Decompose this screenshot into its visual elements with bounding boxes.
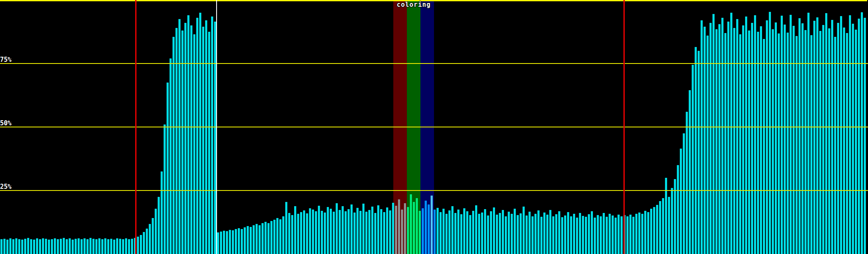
- histogram-bar: [380, 209, 382, 254]
- histogram-bar: [704, 27, 706, 254]
- histogram-bar: [751, 23, 753, 254]
- histogram-bar: [407, 207, 409, 254]
- histogram-bar: [196, 18, 198, 254]
- histogram-bar: [244, 227, 246, 254]
- histogram-bar: [39, 239, 41, 254]
- histogram-bar: [250, 227, 252, 254]
- histogram-bar: [721, 18, 723, 254]
- red-marker-line-1: [135, 0, 136, 254]
- histogram-bar: [425, 201, 427, 254]
- histogram-bar: [342, 206, 344, 254]
- histogram-bar: [591, 211, 593, 254]
- histogram-bar: [131, 239, 133, 254]
- histogram-bar: [656, 205, 658, 254]
- histogram-bar: [816, 17, 818, 254]
- histogram-bar: [588, 214, 590, 254]
- histogram-bar: [748, 30, 750, 254]
- histogram-bar: [434, 210, 436, 254]
- histogram-bar: [229, 230, 231, 254]
- histogram-bar: [807, 13, 810, 254]
- histogram-bar: [24, 239, 26, 254]
- histogram-bar: [454, 213, 456, 254]
- histogram-bar: [362, 204, 364, 254]
- histogram-bar: [727, 22, 729, 254]
- histogram-bar: [398, 199, 400, 254]
- histogram-bar: [339, 210, 341, 254]
- histogram-bar: [796, 36, 798, 254]
- histogram-bar: [834, 37, 836, 254]
- histogram-bar: [683, 133, 685, 254]
- histogram-bar: [205, 20, 207, 254]
- histogram-bar: [692, 65, 694, 254]
- histogram-bar: [81, 239, 83, 254]
- histogram-bar: [540, 217, 542, 254]
- histogram-bar: [321, 211, 323, 254]
- histogram-bar: [140, 235, 142, 254]
- histogram-bar: [193, 34, 195, 254]
- histogram-bar: [113, 240, 115, 254]
- histogram-bar: [232, 230, 234, 254]
- histogram-bar: [374, 213, 376, 254]
- histogram-bar: [386, 207, 388, 254]
- histogram-bar: [353, 213, 356, 254]
- histogram-bar: [440, 212, 442, 254]
- histogram-bar: [86, 239, 89, 254]
- histogram-bar: [143, 232, 145, 254]
- histogram-bar: [383, 212, 385, 254]
- histogram-bar: [365, 212, 367, 254]
- histogram-bar: [511, 214, 513, 254]
- histogram-bar: [60, 239, 62, 254]
- histogram-bar: [523, 207, 525, 254]
- histogram-bar: [63, 238, 65, 254]
- histogram-bar: [615, 218, 617, 254]
- histogram-bar: [137, 237, 139, 254]
- histogram-bar: [529, 212, 531, 254]
- histogram-bar: [445, 214, 448, 254]
- histogram-bar: [54, 238, 56, 254]
- histogram-bar: [698, 51, 700, 254]
- histogram-bar: [603, 213, 605, 254]
- gridline-50: [0, 127, 868, 127]
- histogram-bar: [543, 213, 545, 254]
- histogram-bar: [567, 212, 569, 254]
- histogram-bar: [306, 213, 308, 254]
- histogram-bar: [689, 90, 691, 254]
- histogram-bar: [158, 197, 160, 254]
- white-marker-line: [216, 0, 217, 254]
- histogram-bar: [161, 171, 163, 254]
- histogram-bar: [253, 225, 255, 254]
- histogram-bar: [546, 215, 548, 254]
- histogram-bar: [819, 31, 821, 254]
- histogram-bar: [170, 58, 172, 254]
- histogram-bar: [662, 198, 664, 254]
- histogram-bar: [167, 83, 169, 254]
- histogram-bar: [763, 39, 765, 254]
- histogram-bar: [18, 239, 20, 254]
- histogram-bar: [119, 239, 121, 254]
- histogram-bar: [336, 203, 338, 254]
- histogram-bar: [632, 217, 634, 254]
- histogram-bar: [259, 225, 261, 254]
- y-tick-label-25: 25%: [0, 184, 11, 190]
- histogram-bar: [309, 208, 311, 254]
- histogram-bar: [276, 218, 278, 254]
- histogram-bar: [629, 215, 632, 254]
- histogram-bar: [291, 215, 293, 254]
- histogram-bar: [733, 28, 735, 254]
- histogram-bar: [181, 30, 184, 254]
- histogram-bar: [653, 207, 655, 254]
- histogram-bar: [175, 28, 178, 254]
- histogram-bar: [202, 27, 204, 254]
- histogram-bar: [778, 33, 780, 254]
- histogram-bar: [597, 215, 599, 254]
- histogram-bar: [594, 218, 596, 254]
- histogram-bar: [858, 19, 860, 254]
- histogram-bar: [798, 18, 801, 254]
- histogram-bar: [442, 209, 445, 254]
- histogram-bar: [110, 239, 112, 254]
- histogram-bar: [83, 238, 86, 254]
- histogram-bar: [122, 239, 124, 254]
- histogram-bar: [3, 239, 6, 254]
- histogram-bar: [701, 20, 703, 254]
- histogram-bar: [793, 26, 795, 254]
